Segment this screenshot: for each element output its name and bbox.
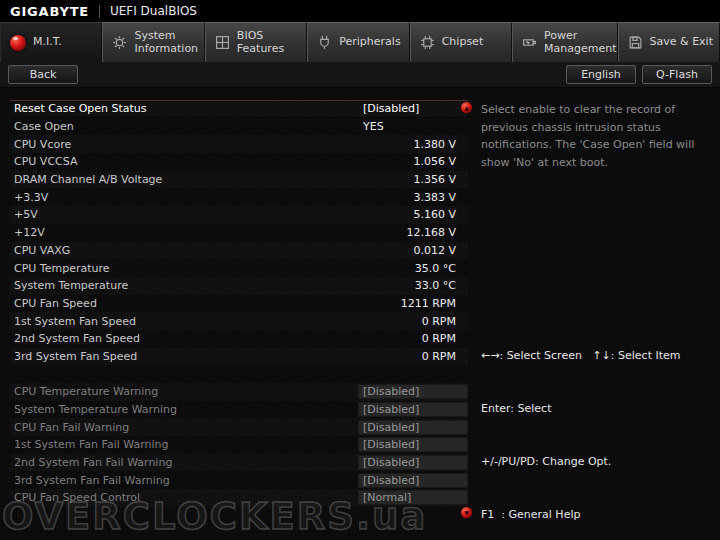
sensor-row-sys-fan2: 2nd System Fan Speed 0 RPM — [10, 330, 468, 348]
sensor-row-sys-fan3: 3rd System Fan Speed 0 RPM — [10, 348, 468, 366]
sensor-label: +12V — [10, 226, 358, 239]
setting-row-cpu-fan-fail[interactable]: CPU Fan Fail Warning [Disabled] — [10, 418, 468, 436]
setting-value: [Disabled] — [358, 473, 468, 488]
language-button[interactable]: English — [566, 65, 636, 84]
sensor-label: CPU VAXG — [10, 244, 358, 257]
sensor-value: 12.168 V — [358, 226, 468, 239]
scroll-up-icon[interactable]: ▲ — [461, 102, 472, 113]
sensor-label: 1st System Fan Speed — [10, 315, 358, 328]
sensor-label: CPU Vcore — [10, 138, 358, 151]
setting-row-reset-case-open[interactable]: Reset Case Open Status [Disabled] — [10, 100, 468, 118]
setting-row-sys-fan3-fail[interactable]: 3rd System Fan Fail Warning [Disabled] — [10, 471, 468, 489]
sensor-value: 5.160 V — [358, 208, 468, 221]
tab-bios-features[interactable]: BIOS Features — [205, 22, 307, 62]
qflash-button[interactable]: Q-Flash — [642, 65, 712, 84]
sensor-row-cpu-vaxg: CPU VAXG 0.012 V — [10, 242, 468, 260]
tab-peripherals[interactable]: Peripherals — [307, 22, 409, 62]
tab-label: Management — [544, 43, 616, 56]
tab-label: Peripherals — [339, 36, 400, 49]
setting-value: [Disabled] — [358, 420, 468, 435]
bios-product-name: UEFI DualBIOS — [110, 4, 197, 18]
mit-health-page: Reset Case Open Status [Disabled] Case O… — [0, 88, 720, 540]
key-hint: Enter: Select — [481, 400, 709, 418]
sensor-row-3v3: +3.3V 3.383 V — [10, 188, 468, 206]
tab-save-exit[interactable]: Save & Exit — [618, 22, 720, 62]
menu-tab-bar: M.I.T. System Information BIOS Features … — [0, 22, 720, 62]
sensor-value: 1211 RPM — [358, 297, 468, 310]
back-button[interactable]: Back — [8, 65, 78, 84]
sensor-row-cpu-vccsa: CPU VCCSA 1.056 V — [10, 153, 468, 171]
tab-label: M.I.T. — [33, 36, 62, 49]
sensor-value: 0 RPM — [358, 315, 468, 328]
sensor-label: CPU Fan Speed — [10, 297, 358, 310]
setting-row-fan-speed-control[interactable]: CPU Fan Speed Control [Normal] — [10, 489, 468, 507]
sensor-label: DRAM Channel A/B Voltage — [10, 173, 358, 186]
setting-row-sys-temp-warning[interactable]: System Temperature Warning [Disabled] — [10, 401, 468, 419]
setting-label: CPU Temperature Warning — [10, 385, 358, 398]
gigabyte-logo: GIGABYTE — [10, 4, 89, 19]
sensor-value: 33.0 °C — [358, 279, 468, 292]
sensor-row-dram-voltage: DRAM Channel A/B Voltage 1.356 V — [10, 171, 468, 189]
setting-label: 1st System Fan Fail Warning — [10, 438, 358, 451]
tab-label: System — [134, 30, 198, 43]
scroll-down-icon[interactable]: ▼ — [461, 507, 472, 518]
setting-value: [Disabled] — [358, 102, 468, 115]
sensor-label: 2nd System Fan Speed — [10, 332, 358, 345]
plug-icon — [317, 35, 332, 50]
battery-icon — [522, 35, 537, 50]
sensor-row-cpu-vcore: CPU Vcore 1.380 V — [10, 135, 468, 153]
tab-label: Chipset — [442, 36, 484, 49]
sensor-row-12v: +12V 12.168 V — [10, 224, 468, 242]
settings-list: Reset Case Open Status [Disabled] Case O… — [10, 100, 468, 507]
sensor-value: YES — [358, 120, 468, 133]
grid-icon — [215, 35, 230, 50]
setting-label: 3rd System Fan Fail Warning — [10, 474, 358, 487]
sensor-value: 0 RPM — [358, 332, 468, 345]
gear-icon — [112, 35, 127, 50]
key-legend: ←→: Select Screen ↑↓: Select Item Enter:… — [481, 312, 709, 540]
tab-mit[interactable]: M.I.T. — [0, 22, 102, 62]
sensor-row-sys-fan1: 1st System Fan Speed 0 RPM — [10, 312, 468, 330]
setting-row-sys-fan2-fail[interactable]: 2nd System Fan Fail Warning [Disabled] — [10, 454, 468, 472]
sensor-label: 3rd System Fan Speed — [10, 350, 358, 363]
tab-label: Save & Exit — [650, 36, 713, 49]
sensor-label: +3.3V — [10, 191, 358, 204]
setting-label: Reset Case Open Status — [10, 102, 358, 115]
mit-dial-icon — [10, 35, 26, 51]
sensor-row-case-open: Case Open YES — [10, 118, 468, 136]
setting-row-cpu-temp-warning[interactable]: CPU Temperature Warning [Disabled] — [10, 383, 468, 401]
setting-row-sys-fan1-fail[interactable]: 1st System Fan Fail Warning [Disabled] — [10, 436, 468, 454]
tab-label: Information — [134, 43, 198, 56]
setting-label: CPU Fan Speed Control — [10, 491, 358, 504]
sensor-row-cpu-fan: CPU Fan Speed 1211 RPM — [10, 295, 468, 313]
titlebar-divider — [99, 5, 100, 18]
sensor-group: Reset Case Open Status [Disabled] Case O… — [10, 100, 468, 365]
sensor-value: 0.012 V — [358, 244, 468, 257]
group-gap — [10, 365, 468, 383]
secondary-toolbar: Back English Q-Flash — [0, 62, 720, 88]
sensor-label: System Temperature — [10, 279, 358, 292]
setting-value: [Disabled] — [358, 384, 468, 399]
tab-power-management[interactable]: Power Management — [512, 22, 617, 62]
sensor-row-cpu-temp: CPU Temperature 35.0 °C — [10, 259, 468, 277]
sensor-value: 1.056 V — [358, 155, 468, 168]
key-hint: ←→: Select Screen ↑↓: Select Item — [481, 347, 709, 365]
tab-chipset[interactable]: Chipset — [410, 22, 512, 62]
sensor-row-5v: +5V 5.160 V — [10, 206, 468, 224]
setting-value: [Disabled] — [358, 455, 468, 470]
setting-label: System Temperature Warning — [10, 403, 358, 416]
sensor-row-system-temp: System Temperature 33.0 °C — [10, 277, 468, 295]
key-hint: +/-/PU/PD: Change Opt. — [481, 453, 709, 471]
warning-group: CPU Temperature Warning [Disabled] Syste… — [10, 383, 468, 507]
chip-icon — [420, 35, 435, 50]
sensor-label: Case Open — [10, 120, 358, 133]
help-description: Select enable to clear the record of pre… — [481, 101, 711, 171]
title-bar: GIGABYTE UEFI DualBIOS — [0, 0, 720, 22]
sensor-value: 1.356 V — [358, 173, 468, 186]
tab-system-information[interactable]: System Information — [102, 22, 204, 62]
sensor-value: 0 RPM — [358, 350, 468, 363]
sensor-value: 3.383 V — [358, 191, 468, 204]
setting-value: [Normal] — [358, 490, 468, 505]
setting-label: 2nd System Fan Fail Warning — [10, 456, 358, 469]
tab-label: Features — [237, 43, 284, 56]
